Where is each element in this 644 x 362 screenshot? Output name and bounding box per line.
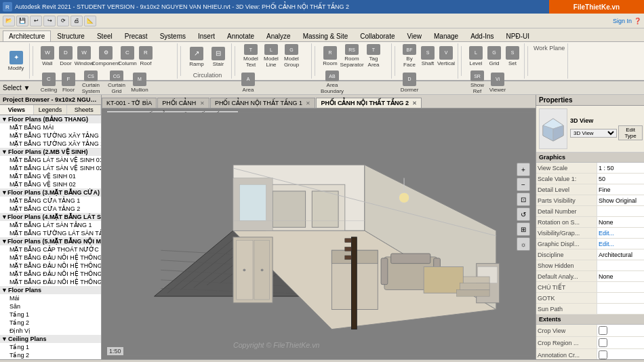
wall-button[interactable]: W Wall <box>39 43 56 69</box>
redo-button[interactable]: ↪ <box>43 16 56 26</box>
view-tab-noi-that-tang-2[interactable]: PHỐI CẢNH NỘI THẤT TẦNG 2 ✕ <box>316 98 422 108</box>
tree-item-ceiling-tang-1[interactable]: Tầng 1 <box>0 343 101 351</box>
grid-button[interactable]: G Grid <box>485 43 503 69</box>
tree-item-ve-sinh-02[interactable]: MẶT BẰNG VỆ SINH 02 <box>0 180 101 188</box>
window-controls[interactable]: FileThietKe.vn ─ □ ✕ <box>619 3 641 11</box>
measure-button[interactable]: 📐 <box>84 16 96 26</box>
mullion-button[interactable]: M Mullion <box>129 70 150 96</box>
help-icon[interactable]: ❓ <box>634 18 641 24</box>
ceiling-button[interactable]: C Ceiling <box>39 70 59 96</box>
sync-button[interactable]: ⟳ <box>57 16 69 26</box>
door-button[interactable]: D Door <box>57 43 75 69</box>
window-button[interactable]: W Window <box>75 43 93 69</box>
tree-item-san[interactable]: Sân <box>0 302 101 310</box>
save-button[interactable]: 💾 <box>16 16 28 26</box>
tab-steel[interactable]: Steel <box>91 31 119 41</box>
tree-item-ve-sinh-01[interactable]: MẶT BẰNG VỆ SINH 01 <box>0 172 101 180</box>
roof-button[interactable]: R Roof <box>137 43 155 69</box>
model-group-button[interactable]: G Model Group <box>281 43 302 69</box>
dormer-button[interactable]: D Dormer <box>401 70 418 96</box>
tab-addins[interactable]: Add-Ins <box>464 31 500 41</box>
curtain-system-button[interactable]: CS Curtain System <box>78 70 104 96</box>
pb-tab-legends[interactable]: Legends <box>34 105 68 115</box>
zoom-out-button[interactable]: − <box>517 178 530 191</box>
tree-item-tang-2[interactable]: Tầng 2 <box>0 319 101 327</box>
zoom-in-button[interactable]: + <box>517 163 530 176</box>
tree-item-lat-ve-sinh-01[interactable]: MẶT BẰNG LÁT SÀN VỆ SINH 01 <box>0 156 101 164</box>
view-content[interactable]: 3D View: PHỐI CẢNH NỘI THẤT TẦNG 2 TOP T… <box>102 108 536 359</box>
tab-structure[interactable]: Structure <box>51 31 91 41</box>
tab-insert[interactable]: Insert <box>192 31 221 41</box>
tree-group-floor-plans[interactable]: ▼Floor Plans <box>0 286 101 294</box>
tree-item-cua-tang-2[interactable]: MẶT BẰNG CỬA TẦNG 2 <box>0 205 101 213</box>
tab-architecture[interactable]: Architecture <box>3 31 51 41</box>
area-button[interactable]: A Area <box>241 70 256 96</box>
curtain-grid-button[interactable]: CG Curtain Grid <box>104 70 129 96</box>
pb-tab-sheets[interactable]: Sheets <box>67 105 101 115</box>
open-button[interactable]: 📂 <box>3 16 15 26</box>
select-label[interactable]: Select ▼ <box>3 84 30 92</box>
tree-item-cap-thoat-mai[interactable]: MẶT BẰNG CẤP THOÁT NƯỚC MÁI <box>0 245 101 254</box>
tree-item-lat-san-tang-1[interactable]: MẶT BẰNG LÁT SÀN TẦNG 1 <box>0 221 101 229</box>
tab-analyze[interactable]: Analyze <box>260 31 297 41</box>
ramp-button[interactable]: ↗ Ramp <box>186 44 207 70</box>
modify-button[interactable]: ✦ Modify <box>6 48 26 74</box>
tree-item-mat-bang-mai[interactable]: MẶT BẰNG MÁI <box>0 123 101 132</box>
annotation-crop-checkbox[interactable] <box>599 350 607 359</box>
render-button[interactable]: ☼ <box>517 237 530 251</box>
tree-item-lat-ve-sinh-02[interactable]: MẶT BẰNG LÁT SÀN VỆ SINH 02 <box>0 164 101 172</box>
tab-manage[interactable]: Manage <box>428 31 464 41</box>
tree-item-dau-noi-thong-t[interactable]: MẶT BẰNG ĐẦU NỐI HỆ THỐNG THÔNG T <box>0 270 101 278</box>
stair-button[interactable]: ⊟ Stair <box>208 44 228 70</box>
section-box-button[interactable]: ⊞ <box>517 222 530 236</box>
tree-item-dau-noi-cap-nuoc[interactable]: MẶT BẰNG ĐẦU NỐI HỆ THỐNG CẤP NÚC <box>0 254 101 262</box>
tree-group-floor-plans-thang[interactable]: ▼Floor Plans (BẢNG THANG) <box>0 115 101 123</box>
by-face-button[interactable]: BF By Face <box>401 43 418 69</box>
crop-view-checkbox[interactable] <box>599 326 607 335</box>
tab-precast[interactable]: Precast <box>119 31 154 41</box>
crop-region-checkbox[interactable] <box>599 338 607 347</box>
rotate-button[interactable]: ↺ <box>517 207 530 221</box>
tag-area-button[interactable]: T Tag Area <box>364 43 383 69</box>
tree-item-cua-tang-1[interactable]: MẶT BẰNG CỬA TẦNG 1 <box>0 197 101 205</box>
view-tab-kt001[interactable]: KT-001 - TỜ BÌA <box>102 98 157 108</box>
tab-collaborate[interactable]: Collaborate <box>354 31 401 41</box>
level-button[interactable]: L Level <box>467 43 485 69</box>
tree-group-ve-sinh[interactable]: ▼Floor Plans (2.MB VỆ SINH) <box>0 148 101 156</box>
show-ref-button[interactable]: SR Show Ref <box>467 70 487 96</box>
pb-tab-views[interactable]: Views <box>0 105 34 115</box>
set-button[interactable]: S Set <box>504 43 521 69</box>
model-line-button[interactable]: L Model Line <box>262 43 281 69</box>
room-button[interactable]: R Room <box>321 43 340 69</box>
shaft-button[interactable]: S Shaft <box>419 43 437 69</box>
tree-item-tuong-lat-san-tang-2[interactable]: MẶT BẰNG TƯỜNG LÁT SÀN TẦNG 2 <box>0 229 101 237</box>
tree-item-ceiling-tang-2[interactable]: Tầng 2 <box>0 351 101 359</box>
viewer-button[interactable]: Vi Viewer <box>488 70 507 96</box>
tab-npd[interactable]: NPĐ-UI <box>500 31 536 41</box>
print-button[interactable]: 🖨 <box>71 16 83 26</box>
undo-button[interactable]: ↩ <box>30 16 42 26</box>
area-boundary-button[interactable]: AB Area Boundary <box>321 70 344 96</box>
vertical-button[interactable]: V Vertical <box>437 43 455 69</box>
tab-systems[interactable]: Systems <box>154 31 192 41</box>
room-separator-button[interactable]: RS Room Separator <box>340 43 363 69</box>
tree-group-lat-san[interactable]: ▼Floor Plans (4.MẶT BẰNG LÁT SÀN) <box>0 213 101 221</box>
signin-link[interactable]: Sign In <box>613 18 632 24</box>
tree-item-tuong-xay-2[interactable]: MẶT BẰNG TƯỜNG XÂY TẦNG 2 <box>0 140 101 148</box>
tab-view[interactable]: View <box>401 31 428 41</box>
tree-item-dinh-vi[interactable]: Định Vị <box>0 327 101 335</box>
tree-item-tang-1[interactable]: Tầng 1 <box>0 310 101 319</box>
tree-item-mai[interactable]: Mái <box>0 294 101 302</box>
view-tab-phoi-canh[interactable]: PHỐI CẢNH ✕ <box>157 98 209 108</box>
tree-item-dau-noi-dien[interactable]: MẶT BẰNG ĐẦU NỐI HỆ THỐNG ĐIỆN <box>0 278 101 286</box>
edit-type-button[interactable]: Edit Type <box>618 125 643 140</box>
tree-group-noi-mi[interactable]: ▼Floor Plans (5.MẶT BẰNG NỘI MỀI) <box>0 237 101 245</box>
tab-massing[interactable]: Massing & Site <box>297 31 355 41</box>
fit-view-button[interactable]: ⊡ <box>517 193 530 206</box>
tree-item-dau-noi-thoat-n[interactable]: MẶT BẰNG ĐẦU NỐI HỆ THỐNG THOÁT N <box>0 262 101 270</box>
tree-group-ceiling-plans[interactable]: ▼Ceiling Plans <box>0 335 101 343</box>
tree-item-tuong-xay-1[interactable]: MẶT BẰNG TƯỜNG XÂY TẦNG 1 <box>0 132 101 140</box>
model-text-button[interactable]: T Model Text <box>241 43 261 69</box>
floor-button[interactable]: F Floor <box>60 70 77 96</box>
pp-type-dropdown[interactable]: 3D View <box>570 129 617 138</box>
